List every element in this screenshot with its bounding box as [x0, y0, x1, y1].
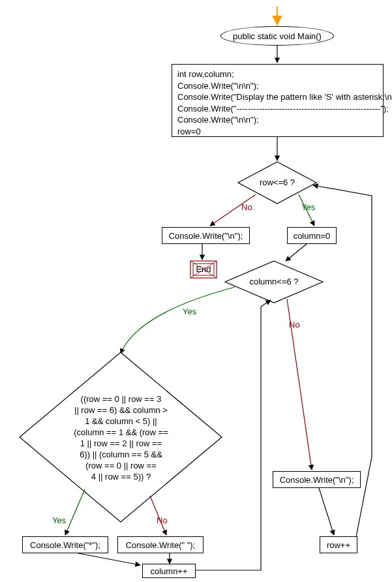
- write-newline-1-text: Console.Write("\n");: [169, 231, 243, 241]
- row-increment: row++: [320, 536, 357, 553]
- svg-line-13: [319, 488, 334, 535]
- init-block: int row,column; Console.Write("\n\n"); C…: [172, 64, 384, 137]
- decision-column: column<=6 ?: [241, 275, 307, 288]
- decision-column-text: column<=6 ?: [249, 277, 298, 288]
- set-column: column=0: [287, 227, 337, 244]
- init-text: int row,column; Console.Write("\n\n"); C…: [177, 69, 392, 137]
- set-column-text: column=0: [294, 231, 331, 241]
- write-star-text: Console.Write("*");: [30, 540, 100, 550]
- write-star: Console.Write("*");: [22, 536, 108, 553]
- decision-pattern: ((row == 0 || row == 3 || row == 6) && c…: [64, 393, 178, 484]
- row-increment-text: row++: [327, 540, 350, 550]
- column-increment: column++: [142, 564, 196, 578]
- end-text: End: [196, 264, 211, 274]
- edge-label-yes: Yes: [52, 515, 66, 525]
- edge-label-no: No: [289, 320, 300, 329]
- write-newline-2: Console.Write("\n");: [273, 471, 361, 488]
- write-newline-2-text: Console.Write("\n");: [280, 475, 354, 485]
- write-space-text: Console.Write(" ");: [126, 540, 196, 550]
- decision-pattern-text: ((row == 0 || row == 3 || row == 6) && c…: [74, 394, 168, 482]
- start-label: public static void Main(): [233, 31, 322, 41]
- decision-row-text: row<=6 ?: [260, 177, 295, 189]
- write-space: Console.Write(" ");: [117, 536, 204, 553]
- edge-label-no: No: [241, 202, 252, 212]
- end-node: End: [194, 264, 213, 274]
- start-node: public static void Main(): [220, 26, 334, 46]
- decision-row: row<=6 ?: [251, 176, 303, 189]
- svg-line-9: [286, 244, 307, 261]
- edge-label-yes: Yes: [183, 307, 196, 316]
- edge-label-yes: Yes: [301, 202, 315, 212]
- write-newline-1: Console.Write("\n");: [162, 227, 250, 244]
- column-increment-text: column++: [150, 566, 187, 576]
- edge-label-no: No: [157, 515, 168, 525]
